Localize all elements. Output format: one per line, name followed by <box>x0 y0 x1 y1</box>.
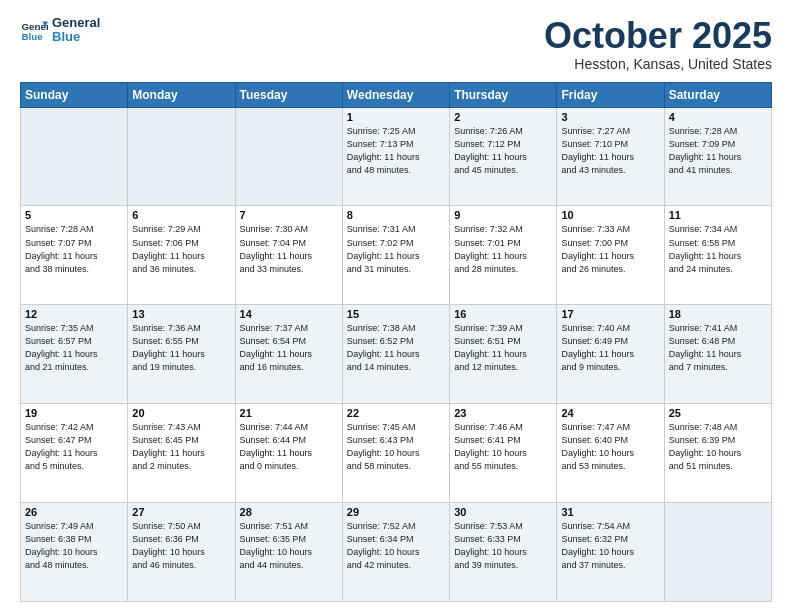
calendar-cell: 21Sunrise: 7:44 AM Sunset: 6:44 PM Dayli… <box>235 404 342 503</box>
day-number: 6 <box>132 209 230 221</box>
calendar-cell: 16Sunrise: 7:39 AM Sunset: 6:51 PM Dayli… <box>450 305 557 404</box>
calendar-table: SundayMondayTuesdayWednesdayThursdayFrid… <box>20 82 772 602</box>
calendar-cell: 10Sunrise: 7:33 AM Sunset: 7:00 PM Dayli… <box>557 206 664 305</box>
calendar-week-row: 1Sunrise: 7:25 AM Sunset: 7:13 PM Daylig… <box>21 107 772 206</box>
calendar-cell: 24Sunrise: 7:47 AM Sunset: 6:40 PM Dayli… <box>557 404 664 503</box>
day-info: Sunrise: 7:46 AM Sunset: 6:41 PM Dayligh… <box>454 421 552 473</box>
calendar-cell: 17Sunrise: 7:40 AM Sunset: 6:49 PM Dayli… <box>557 305 664 404</box>
col-header-sunday: Sunday <box>21 82 128 107</box>
day-info: Sunrise: 7:33 AM Sunset: 7:00 PM Dayligh… <box>561 223 659 275</box>
calendar-cell: 25Sunrise: 7:48 AM Sunset: 6:39 PM Dayli… <box>664 404 771 503</box>
calendar-week-row: 12Sunrise: 7:35 AM Sunset: 6:57 PM Dayli… <box>21 305 772 404</box>
day-info: Sunrise: 7:42 AM Sunset: 6:47 PM Dayligh… <box>25 421 123 473</box>
day-info: Sunrise: 7:34 AM Sunset: 6:58 PM Dayligh… <box>669 223 767 275</box>
calendar-cell: 9Sunrise: 7:32 AM Sunset: 7:01 PM Daylig… <box>450 206 557 305</box>
calendar-cell: 2Sunrise: 7:26 AM Sunset: 7:12 PM Daylig… <box>450 107 557 206</box>
title-block: October 2025 Hesston, Kansas, United Sta… <box>544 16 772 72</box>
calendar-week-row: 5Sunrise: 7:28 AM Sunset: 7:07 PM Daylig… <box>21 206 772 305</box>
day-info: Sunrise: 7:39 AM Sunset: 6:51 PM Dayligh… <box>454 322 552 374</box>
day-info: Sunrise: 7:45 AM Sunset: 6:43 PM Dayligh… <box>347 421 445 473</box>
col-header-monday: Monday <box>128 82 235 107</box>
day-info: Sunrise: 7:30 AM Sunset: 7:04 PM Dayligh… <box>240 223 338 275</box>
day-info: Sunrise: 7:40 AM Sunset: 6:49 PM Dayligh… <box>561 322 659 374</box>
day-info: Sunrise: 7:37 AM Sunset: 6:54 PM Dayligh… <box>240 322 338 374</box>
col-header-tuesday: Tuesday <box>235 82 342 107</box>
day-info: Sunrise: 7:47 AM Sunset: 6:40 PM Dayligh… <box>561 421 659 473</box>
calendar-week-row: 26Sunrise: 7:49 AM Sunset: 6:38 PM Dayli… <box>21 503 772 602</box>
day-number: 30 <box>454 506 552 518</box>
calendar-cell: 7Sunrise: 7:30 AM Sunset: 7:04 PM Daylig… <box>235 206 342 305</box>
calendar-cell: 23Sunrise: 7:46 AM Sunset: 6:41 PM Dayli… <box>450 404 557 503</box>
calendar-cell: 1Sunrise: 7:25 AM Sunset: 7:13 PM Daylig… <box>342 107 449 206</box>
day-info: Sunrise: 7:29 AM Sunset: 7:06 PM Dayligh… <box>132 223 230 275</box>
logo-general: General <box>52 16 100 30</box>
calendar-cell: 12Sunrise: 7:35 AM Sunset: 6:57 PM Dayli… <box>21 305 128 404</box>
calendar-cell: 29Sunrise: 7:52 AM Sunset: 6:34 PM Dayli… <box>342 503 449 602</box>
day-number: 8 <box>347 209 445 221</box>
calendar-cell: 4Sunrise: 7:28 AM Sunset: 7:09 PM Daylig… <box>664 107 771 206</box>
day-number: 14 <box>240 308 338 320</box>
header: General Blue General Blue October 2025 H… <box>20 16 772 72</box>
day-info: Sunrise: 7:28 AM Sunset: 7:09 PM Dayligh… <box>669 125 767 177</box>
day-info: Sunrise: 7:41 AM Sunset: 6:48 PM Dayligh… <box>669 322 767 374</box>
day-number: 24 <box>561 407 659 419</box>
calendar-cell: 27Sunrise: 7:50 AM Sunset: 6:36 PM Dayli… <box>128 503 235 602</box>
col-header-wednesday: Wednesday <box>342 82 449 107</box>
day-number: 31 <box>561 506 659 518</box>
location-subtitle: Hesston, Kansas, United States <box>544 56 772 72</box>
day-number: 4 <box>669 111 767 123</box>
day-info: Sunrise: 7:52 AM Sunset: 6:34 PM Dayligh… <box>347 520 445 572</box>
calendar-cell: 8Sunrise: 7:31 AM Sunset: 7:02 PM Daylig… <box>342 206 449 305</box>
day-info: Sunrise: 7:54 AM Sunset: 6:32 PM Dayligh… <box>561 520 659 572</box>
day-number: 28 <box>240 506 338 518</box>
day-number: 27 <box>132 506 230 518</box>
day-info: Sunrise: 7:25 AM Sunset: 7:13 PM Dayligh… <box>347 125 445 177</box>
day-number: 23 <box>454 407 552 419</box>
calendar-cell: 28Sunrise: 7:51 AM Sunset: 6:35 PM Dayli… <box>235 503 342 602</box>
calendar-cell: 13Sunrise: 7:36 AM Sunset: 6:55 PM Dayli… <box>128 305 235 404</box>
day-info: Sunrise: 7:51 AM Sunset: 6:35 PM Dayligh… <box>240 520 338 572</box>
day-info: Sunrise: 7:31 AM Sunset: 7:02 PM Dayligh… <box>347 223 445 275</box>
month-title: October 2025 <box>544 16 772 56</box>
day-info: Sunrise: 7:50 AM Sunset: 6:36 PM Dayligh… <box>132 520 230 572</box>
day-number: 7 <box>240 209 338 221</box>
logo-blue: Blue <box>52 30 100 44</box>
logo: General Blue General Blue <box>20 16 100 45</box>
calendar-cell <box>128 107 235 206</box>
day-number: 25 <box>669 407 767 419</box>
day-number: 21 <box>240 407 338 419</box>
calendar-header-row: SundayMondayTuesdayWednesdayThursdayFrid… <box>21 82 772 107</box>
day-number: 16 <box>454 308 552 320</box>
calendar-cell: 5Sunrise: 7:28 AM Sunset: 7:07 PM Daylig… <box>21 206 128 305</box>
day-info: Sunrise: 7:53 AM Sunset: 6:33 PM Dayligh… <box>454 520 552 572</box>
calendar-cell: 6Sunrise: 7:29 AM Sunset: 7:06 PM Daylig… <box>128 206 235 305</box>
day-number: 10 <box>561 209 659 221</box>
day-number: 29 <box>347 506 445 518</box>
logo-icon: General Blue <box>20 16 48 44</box>
day-info: Sunrise: 7:44 AM Sunset: 6:44 PM Dayligh… <box>240 421 338 473</box>
day-info: Sunrise: 7:27 AM Sunset: 7:10 PM Dayligh… <box>561 125 659 177</box>
day-info: Sunrise: 7:36 AM Sunset: 6:55 PM Dayligh… <box>132 322 230 374</box>
day-number: 5 <box>25 209 123 221</box>
day-number: 2 <box>454 111 552 123</box>
day-number: 11 <box>669 209 767 221</box>
col-header-thursday: Thursday <box>450 82 557 107</box>
day-info: Sunrise: 7:35 AM Sunset: 6:57 PM Dayligh… <box>25 322 123 374</box>
day-info: Sunrise: 7:43 AM Sunset: 6:45 PM Dayligh… <box>132 421 230 473</box>
col-header-friday: Friday <box>557 82 664 107</box>
calendar-cell: 14Sunrise: 7:37 AM Sunset: 6:54 PM Dayli… <box>235 305 342 404</box>
calendar-cell <box>235 107 342 206</box>
calendar-cell: 26Sunrise: 7:49 AM Sunset: 6:38 PM Dayli… <box>21 503 128 602</box>
day-info: Sunrise: 7:48 AM Sunset: 6:39 PM Dayligh… <box>669 421 767 473</box>
day-number: 22 <box>347 407 445 419</box>
day-info: Sunrise: 7:32 AM Sunset: 7:01 PM Dayligh… <box>454 223 552 275</box>
calendar-cell: 22Sunrise: 7:45 AM Sunset: 6:43 PM Dayli… <box>342 404 449 503</box>
day-info: Sunrise: 7:38 AM Sunset: 6:52 PM Dayligh… <box>347 322 445 374</box>
day-number: 1 <box>347 111 445 123</box>
page: General Blue General Blue October 2025 H… <box>0 0 792 612</box>
calendar-cell: 15Sunrise: 7:38 AM Sunset: 6:52 PM Dayli… <box>342 305 449 404</box>
day-number: 12 <box>25 308 123 320</box>
day-number: 15 <box>347 308 445 320</box>
col-header-saturday: Saturday <box>664 82 771 107</box>
day-info: Sunrise: 7:26 AM Sunset: 7:12 PM Dayligh… <box>454 125 552 177</box>
